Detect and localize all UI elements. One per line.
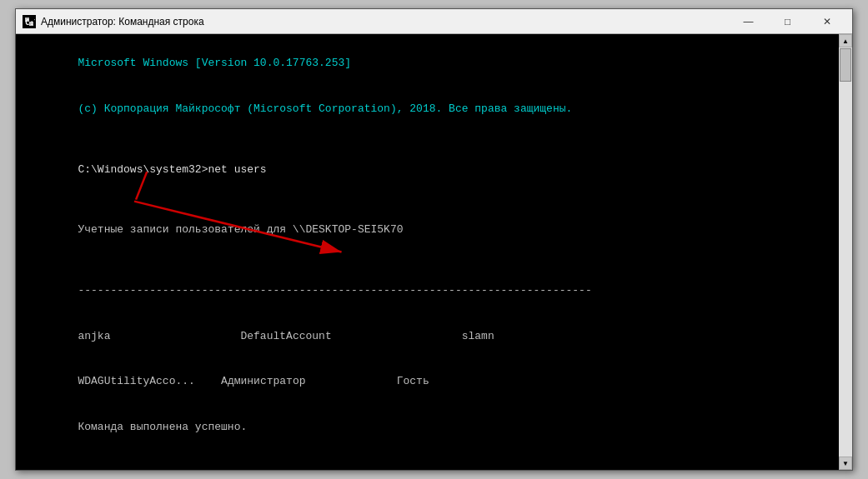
window-title: Администратор: Командная строка xyxy=(41,16,730,27)
window-icon: C:\ xyxy=(23,15,36,28)
title-bar: C:\ Администратор: Командная строка — □ … xyxy=(16,9,852,34)
maximize-button[interactable]: □ xyxy=(769,9,806,34)
terminal-output: Microsoft Windows [Version 10.0.17763.25… xyxy=(26,41,829,470)
close-button[interactable]: ✕ xyxy=(808,9,845,34)
scrollbar-thumb[interactable] xyxy=(840,48,851,82)
separator-line: ----------------------------------------… xyxy=(78,284,591,297)
user-row-2: WDAGUtilityAcco... Администратор Гость xyxy=(78,375,429,387)
cmd-window: C:\ Администратор: Командная строка — □ … xyxy=(15,8,853,471)
version-line: Microsoft Windows [Version 10.0.17763.25… xyxy=(78,57,351,69)
scroll-down-button[interactable]: ▼ xyxy=(839,457,852,470)
copyright-line: (с) Корпорация Майкрософт (Microsoft Cor… xyxy=(78,102,572,115)
terminal-content[interactable]: Microsoft Windows [Version 10.0.17763.25… xyxy=(16,34,839,470)
window-controls: — □ ✕ xyxy=(730,9,845,34)
scrollbar-track[interactable] xyxy=(839,47,852,457)
user-row-1: anjka DefaultAccount slamn xyxy=(78,330,494,342)
net-users-command: C:\Windows\system32>net users xyxy=(78,163,266,176)
minimize-button[interactable]: — xyxy=(730,9,767,34)
scroll-up-button[interactable]: ▲ xyxy=(839,34,852,47)
success-line: Команда выполнена успешно. xyxy=(78,421,247,433)
terminal-wrapper: Microsoft Windows [Version 10.0.17763.25… xyxy=(16,34,852,470)
svg-text:C:\: C:\ xyxy=(25,18,35,27)
accounts-header: Учетные записи пользователей для \\DESKT… xyxy=(78,223,403,236)
vertical-scrollbar: ▲ ▼ xyxy=(839,34,852,470)
